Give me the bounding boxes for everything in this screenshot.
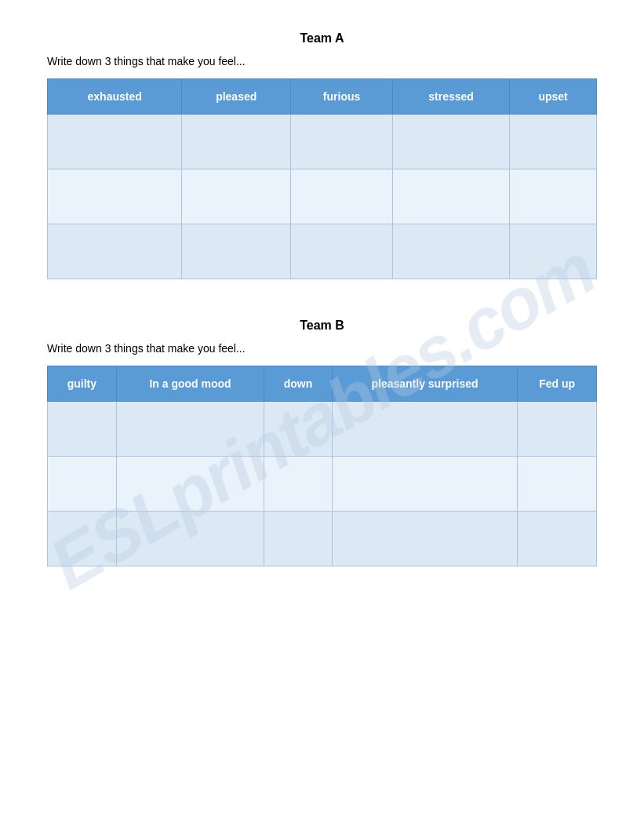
table-cell[interactable]	[48, 169, 182, 224]
table-cell[interactable]	[291, 169, 393, 224]
table-cell[interactable]	[291, 224, 393, 279]
team-a-col-1: exhausted	[48, 79, 182, 115]
table-cell[interactable]	[332, 457, 518, 512]
team-b-instruction: Write down 3 things that make you feel..…	[47, 342, 597, 355]
table-cell[interactable]	[182, 115, 291, 169]
team-a-header-row: exhausted pleased furious stressed upset	[48, 79, 597, 115]
table-cell[interactable]	[48, 224, 182, 279]
team-b-col-3: down	[264, 366, 333, 402]
table-row	[48, 457, 597, 512]
team-b-title: Team B	[47, 319, 597, 333]
table-cell[interactable]	[182, 224, 291, 279]
table-row	[48, 224, 597, 279]
team-b-col-2: In a good mood	[116, 366, 264, 402]
table-cell[interactable]	[332, 512, 518, 566]
table-cell[interactable]	[518, 402, 597, 457]
table-cell[interactable]	[264, 402, 333, 457]
table-cell[interactable]	[393, 115, 510, 169]
team-a-section: Team A Write down 3 things that make you…	[47, 31, 597, 279]
team-a-col-4: stressed	[393, 79, 510, 115]
table-cell[interactable]	[48, 115, 182, 169]
table-cell[interactable]	[48, 512, 117, 566]
table-cell[interactable]	[393, 169, 510, 224]
table-cell[interactable]	[182, 169, 291, 224]
table-cell[interactable]	[48, 457, 117, 512]
table-row	[48, 169, 597, 224]
table-cell[interactable]	[393, 224, 510, 279]
table-cell[interactable]	[116, 457, 264, 512]
team-a-title: Team A	[47, 31, 597, 46]
team-b-col-5: Fed up	[518, 366, 597, 402]
table-cell[interactable]	[264, 457, 333, 512]
team-a-col-5: upset	[510, 79, 597, 115]
team-b-header-row: guilty In a good mood down pleasantly su…	[48, 366, 597, 402]
table-cell[interactable]	[518, 512, 597, 566]
table-cell[interactable]	[510, 169, 597, 224]
team-a-col-2: pleased	[182, 79, 291, 115]
table-cell[interactable]	[332, 402, 518, 457]
table-cell[interactable]	[291, 115, 393, 169]
table-row	[48, 402, 597, 457]
table-cell[interactable]	[116, 402, 264, 457]
team-a-instruction: Write down 3 things that make you feel..…	[47, 55, 597, 67]
table-row	[48, 115, 597, 169]
team-a-table: exhausted pleased furious stressed upset	[47, 78, 597, 279]
table-cell[interactable]	[518, 457, 597, 512]
team-b-col-4: pleasantly surprised	[332, 366, 518, 402]
table-cell[interactable]	[48, 402, 117, 457]
team-b-col-1: guilty	[48, 366, 117, 402]
team-b-table: guilty In a good mood down pleasantly su…	[47, 366, 597, 566]
table-cell[interactable]	[264, 512, 333, 566]
table-cell[interactable]	[510, 224, 597, 279]
team-b-section: Team B Write down 3 things that make you…	[47, 319, 597, 566]
table-cell[interactable]	[510, 115, 597, 169]
table-cell[interactable]	[116, 512, 264, 566]
team-a-col-3: furious	[291, 79, 393, 115]
table-row	[48, 512, 597, 566]
